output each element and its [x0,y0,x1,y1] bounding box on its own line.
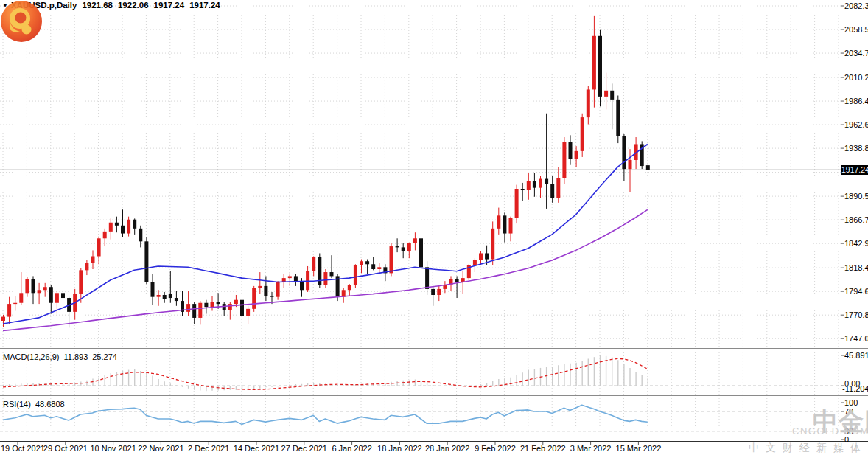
current-price-tag: 1917.24 [841,165,868,175]
price-axis-label: 1962.60 [844,120,868,129]
candle-down [503,215,506,233]
candle-down [133,220,136,229]
candle-down [431,289,435,295]
date-axis-label: 6 Jan 2022 [332,444,371,453]
date-axis-label: 9 Feb 2022 [475,444,516,453]
price-axis-label: 1794.60 [844,287,868,296]
candle-up [473,260,477,265]
candle-down [425,267,429,289]
candle-up [276,282,280,296]
candle-down [144,241,148,282]
candle-up [246,309,250,316]
price-axis-label: 1890.50 [844,192,868,201]
candle-up [562,142,566,178]
price-axis-label: 1842.90 [844,239,868,248]
candle-up [354,265,357,285]
candle-down [204,303,208,307]
candle-up [587,89,590,117]
candle-down [163,295,167,299]
chart-canvas[interactable] [0,0,868,455]
candle-up [85,263,88,270]
price-axis-label: 1938.80 [844,144,868,153]
candle-up [491,229,494,260]
candle-up [38,290,41,293]
candle-down [371,264,375,269]
date-axis-label: 2 Dec 2021 [188,444,229,453]
candle-up [575,151,578,159]
symbol-quote-line: ▼XAUUSD.p,Daily1921.681922.061917.241917… [2,1,225,10]
candle-down [545,179,548,184]
candle-up [509,218,513,234]
price-axis-label: 2010.20 [844,73,868,82]
date-axis-label: 18 Jan 2022 [377,444,422,453]
candle-up [234,300,238,304]
candle-up [377,267,381,269]
rsi-value: 48.6808 [35,400,65,409]
candle-down [192,304,196,318]
candle-up [7,304,11,316]
candle-down [121,226,125,234]
rsi-axis-label: 100 [844,398,858,407]
candle-up [312,257,315,271]
candle-up [306,271,309,291]
candle-down [646,165,650,170]
candle-up [13,303,17,304]
candle-up [288,276,292,278]
candle-up [413,238,417,243]
candle-down [330,272,334,276]
quote-close: 1917.24 [189,1,220,10]
candle-down [550,184,554,198]
candle-up [258,286,262,288]
candle-up [103,232,107,238]
candle-down [169,294,172,298]
candle-up [497,215,500,228]
date-axis-label: 15 Mar 2022 [616,444,662,453]
candle-down [61,293,65,298]
candle-down [115,223,119,226]
macd-indicator-label: MACD(12,26,9) [3,352,59,361]
rsi-axis-label: 0 [844,435,849,444]
candle-down [622,136,626,169]
candle-up [25,279,29,293]
candle-down [240,300,244,316]
candle-down [365,261,369,264]
price-axis-label: 1747.00 [844,334,868,343]
quote-open: 1921.68 [82,1,113,10]
macd-axis-label: -11.204 [842,384,868,393]
candle-down [610,91,614,100]
candle-up [539,179,542,188]
date-axis-label: 19 Oct 2021 [1,444,45,453]
quote-low: 1917.24 [154,1,185,10]
macd-label-row: MACD(12,26,9)11.89325.274 [3,352,122,361]
date-axis-label: 10 Nov 2021 [90,444,136,453]
price-axis-label: 1866.70 [844,215,868,224]
candle-up [479,253,483,260]
rsi-axis-label: 70 [844,407,853,416]
candles-layer [1,16,650,333]
candle-up [604,91,608,97]
symbol-name: XAUUSD.p,Daily [11,1,77,10]
price-axis-label: 1770.80 [844,310,868,319]
candle-down [521,189,525,190]
candle-up [1,317,5,321]
macd-signal-line [3,358,648,389]
ma-fast-blue-line [3,145,648,324]
candle-down [264,286,267,296]
price-axis-label: 2082.30 [844,1,868,10]
candle-up [97,238,101,256]
candle-down [598,36,602,97]
candle-up [556,178,560,198]
candle-up [629,160,632,169]
price-axis-label: 1818.40 [844,263,868,272]
candle-up [348,285,351,291]
date-axis-label: 14 Dec 2021 [234,444,279,453]
candle-down [455,279,459,282]
date-axis-label: 21 Feb 2022 [520,444,566,453]
candle-up [360,261,363,265]
macd-main-value: 11.893 [63,352,88,361]
candle-up [515,189,519,218]
rsi-indicator-label: RSI(14) [3,400,31,409]
candle-down [569,142,573,159]
macd-signal-value: 25.274 [92,352,117,361]
rsi-line [3,405,648,424]
